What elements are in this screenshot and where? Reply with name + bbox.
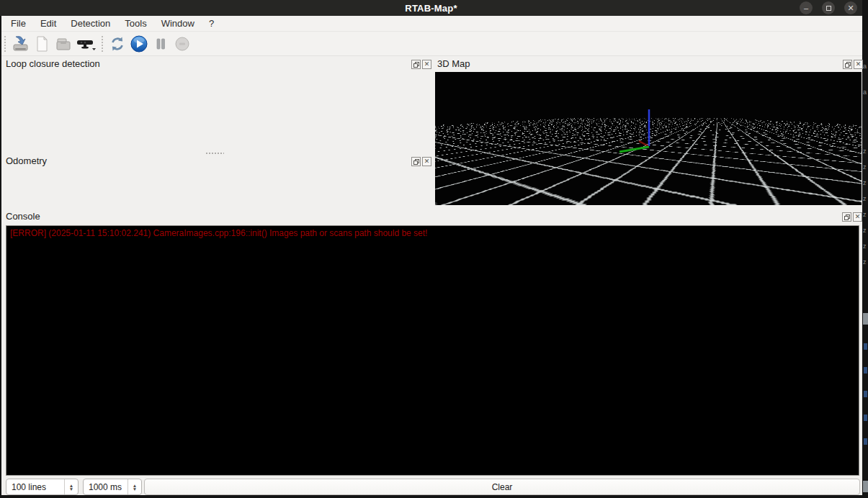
loop-closure-panel-title: Loop closure detection (6, 58, 100, 69)
lines-spinbox-value: 100 lines (6, 482, 64, 492)
background-window-artifact (863, 481, 868, 492)
pause-button[interactable] (150, 34, 171, 54)
open-database-button[interactable] (9, 34, 31, 54)
close-icon: ✕ (424, 61, 430, 68)
menu-window[interactable]: Window (154, 17, 202, 30)
background-window-glyph: z (863, 180, 867, 186)
background-window-glyph: z (863, 196, 867, 202)
background-window-artifact (863, 313, 868, 325)
camera-sensor-icon (75, 35, 98, 53)
background-window-artifact (864, 343, 867, 350)
interval-spinbox-steppers: ▲ ▼ (127, 479, 141, 494)
maximize-icon (826, 6, 831, 11)
background-window-artifact (864, 391, 867, 397)
origin-axes (435, 72, 862, 205)
odometry-dock-buttons: ✕ (411, 157, 431, 166)
titlebar[interactable]: RTAB-Map* (0, 0, 862, 16)
menu-detection[interactable]: Detection (63, 17, 117, 30)
new-file-icon (33, 35, 50, 53)
console-dock-buttons: ✕ (842, 212, 862, 222)
maximize-button[interactable] (822, 1, 835, 14)
main-window: File Edit Detection Tools Window ? (1, 16, 862, 495)
background-window-artifact (864, 367, 867, 374)
interval-spinbox[interactable]: 1000 ms ▲ ▼ (83, 479, 142, 495)
close-icon: ✕ (856, 61, 862, 68)
source-selector-button[interactable] (74, 34, 99, 54)
loop-closure-close-button[interactable]: ✕ (422, 60, 431, 69)
console-error-line: [ERROR] (2025-01-11 15:10:02.241) Camera… (10, 228, 855, 238)
background-window-glyph: z (863, 148, 867, 155)
background-window-glyph: z (863, 164, 867, 171)
float-icon (413, 62, 419, 68)
menu-tools[interactable]: Tools (117, 17, 153, 30)
refresh-icon (109, 35, 126, 53)
minimize-button[interactable]: – (800, 1, 813, 14)
float-icon (413, 159, 419, 165)
open-database-icon (11, 35, 30, 53)
map3d-float-button[interactable] (843, 60, 852, 69)
background-window-glyph: z (863, 259, 867, 266)
close-icon: ✕ (855, 214, 861, 220)
lines-spinbox-down[interactable]: ▼ (69, 487, 73, 491)
menu-file[interactable]: File (4, 17, 33, 30)
background-window-glyph: z (863, 227, 867, 234)
map3d-viewport[interactable] (435, 72, 862, 205)
toolbar-grip-2[interactable] (101, 35, 104, 53)
background-window-artifact (864, 415, 867, 421)
map3d-close-button[interactable]: ✕ (854, 60, 863, 69)
background-window-glyph: a (863, 63, 867, 70)
console-float-button[interactable] (842, 212, 851, 222)
loop-closure-dock-buttons: ✕ (411, 60, 431, 69)
console-log[interactable]: [ERROR] (2025-01-11 15:10:02.241) Camera… (6, 225, 859, 476)
toolbar (1, 32, 862, 56)
lines-spinbox-steppers: ▲ ▼ (64, 479, 78, 494)
console-panel-title: Console (6, 211, 40, 222)
refresh-button[interactable] (107, 34, 128, 54)
clear-button[interactable]: Clear (144, 479, 860, 495)
background-window-glyph: z (863, 243, 867, 250)
y-axis (619, 147, 649, 152)
float-icon (844, 214, 850, 220)
menu-edit[interactable]: Edit (33, 17, 63, 30)
window-title: RTAB-Map* (405, 3, 457, 14)
menu-bar: File Edit Detection Tools Window ? (1, 16, 862, 32)
x-axis (639, 141, 648, 146)
lines-spinbox[interactable]: 100 lines ▲ ▼ (6, 479, 79, 495)
dock-splitter-handle[interactable] (205, 152, 224, 155)
odometry-float-button[interactable] (411, 157, 421, 166)
background-window-glyph: z (863, 212, 867, 218)
close-button[interactable]: ✕ (844, 1, 857, 14)
interval-spinbox-down[interactable]: ▼ (133, 487, 137, 491)
odometry-close-button[interactable]: ✕ (422, 157, 431, 166)
map3d-panel-title: 3D Map (437, 58, 470, 69)
float-icon (845, 62, 851, 68)
background-window-glyph: a (863, 89, 867, 96)
console-close-button[interactable]: ✕ (853, 212, 862, 222)
background-window-artifact (864, 438, 867, 445)
stop-icon (174, 35, 191, 53)
interval-spinbox-value: 1000 ms (84, 482, 127, 492)
start-button[interactable] (128, 34, 150, 54)
loop-closure-float-button[interactable] (411, 60, 421, 69)
play-icon (130, 35, 148, 53)
pause-icon (152, 35, 169, 53)
edit-database-button[interactable] (53, 34, 74, 54)
stop-button[interactable] (171, 34, 193, 54)
folder-icon (55, 35, 72, 53)
toolbar-grip[interactable] (4, 35, 7, 53)
new-database-button[interactable] (31, 34, 53, 54)
menu-help[interactable]: ? (202, 17, 221, 30)
screenshot-root: RTAB-Map* – ✕ File Edit Detection Tools … (0, 0, 868, 498)
odometry-panel-title: Odometry (6, 155, 47, 166)
map3d-dock-buttons: ✕ (843, 60, 863, 69)
close-icon: ✕ (424, 158, 430, 165)
